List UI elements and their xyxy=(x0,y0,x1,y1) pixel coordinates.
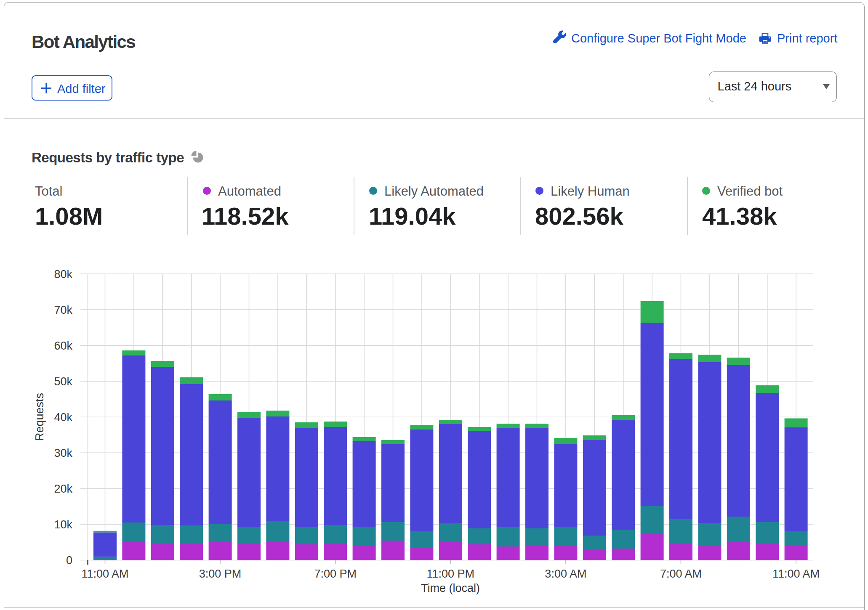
svg-text:11:00 AM: 11:00 AM xyxy=(772,568,820,580)
svg-text:Requests: Requests xyxy=(33,393,46,441)
svg-text:20k: 20k xyxy=(54,483,72,495)
svg-text:70k: 70k xyxy=(54,304,72,316)
svg-text:11:00 AM: 11:00 AM xyxy=(81,568,128,580)
svg-text:30k: 30k xyxy=(54,447,72,459)
svg-text:80k: 80k xyxy=(54,268,72,281)
svg-text:10k: 10k xyxy=(54,518,72,531)
svg-text:3:00 PM: 3:00 PM xyxy=(199,568,242,580)
svg-text:60k: 60k xyxy=(54,339,72,352)
svg-text:40k: 40k xyxy=(54,411,72,424)
svg-text:11:00 PM: 11:00 PM xyxy=(427,568,475,580)
svg-text:3:00 AM: 3:00 AM xyxy=(545,568,586,580)
svg-text:7:00 AM: 7:00 AM xyxy=(660,568,702,580)
svg-text:7:00 PM: 7:00 PM xyxy=(314,568,357,580)
svg-text:Time (local): Time (local) xyxy=(421,582,480,594)
svg-text:0: 0 xyxy=(66,554,72,567)
svg-text:50k: 50k xyxy=(54,375,72,388)
